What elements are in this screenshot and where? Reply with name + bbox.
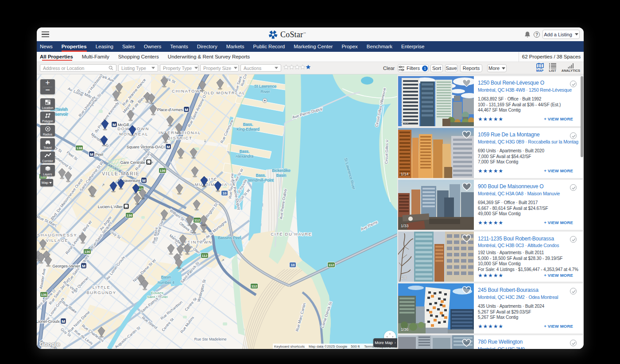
svg-text:CHINATOWN: CHINATOWN	[172, 89, 204, 93]
svg-text:Place-d'Armes: Place-d'Armes	[157, 108, 183, 112]
svg-text:Circuit Gilles V: Circuit Gilles V	[384, 139, 389, 164]
svg-text:Bassins Peel: Bassins Peel	[218, 236, 241, 240]
svg-text:Windmill-Point: Windmill-Point	[248, 178, 274, 182]
svg-text:10: 10	[223, 191, 227, 195]
svg-text:Gare Centrale: Gare Centrale	[120, 160, 145, 165]
svg-text:136: 136	[126, 213, 132, 217]
svg-text:SHAUGHNESSY: SHAUGHNESSY	[37, 232, 77, 237]
svg-text:138: 138	[76, 146, 82, 150]
svg-text:M: M	[62, 319, 65, 324]
svg-text:Square Victoria-OACI: Square Victoria-OACI	[127, 145, 165, 149]
svg-text:Bass.: Bass.	[256, 173, 266, 178]
svg-text:112: 112	[202, 254, 208, 258]
svg-text:LITTLE: LITTLE	[93, 285, 111, 290]
svg-text:McGill: McGill	[118, 123, 129, 127]
svg-text:St Lawrence: St Lawrence	[254, 84, 276, 89]
svg-text:Basin: Basin	[276, 173, 287, 178]
svg-text:OLD MONTREAL: OLD MONTREAL	[204, 90, 245, 95]
svg-text:112: 112	[194, 218, 200, 222]
svg-text:VILLAGE: VILLAGE	[46, 238, 69, 243]
svg-text:Georges-Vanier: Georges-Vanier	[52, 264, 80, 268]
svg-text:number 4: number 4	[158, 280, 174, 285]
svg-text:M: M	[90, 152, 93, 157]
svg-text:BURGUNDY: BURGUNDY	[86, 290, 116, 295]
svg-text:Rue Ste Madeleine: Rue Ste Madeleine	[194, 337, 226, 341]
svg-text:M: M	[142, 178, 146, 183]
svg-text:CITÉ DU HAVRE: CITÉ DU HAVRE	[271, 232, 312, 236]
svg-text:Bass.: Bass.	[243, 122, 253, 127]
svg-text:Lucien-L'Allier: Lucien-L'Allier	[98, 205, 123, 209]
svg-text:Basin: Basin	[161, 275, 171, 279]
svg-text:King-Edward: King-Edward	[236, 127, 260, 132]
svg-text:VILLE-MARIE: VILLE-MARIE	[102, 171, 140, 176]
svg-text:M: M	[167, 144, 170, 149]
svg-text:136: 136	[84, 250, 90, 254]
svg-text:M: M	[185, 107, 188, 112]
svg-text:DISTRICT: DISTRICT	[167, 136, 193, 140]
svg-text:Bickerdike: Bickerdike	[272, 168, 291, 173]
svg-text:136: 136	[41, 293, 47, 297]
svg-text:MULTIMEDIA: MULTIMEDIA	[195, 182, 228, 187]
svg-text:112: 112	[329, 263, 334, 267]
svg-text:10: 10	[291, 263, 295, 267]
svg-text:136: 136	[159, 169, 166, 173]
svg-text:112: 112	[252, 284, 257, 288]
svg-text:M: M	[82, 263, 85, 268]
svg-text:River: River	[260, 89, 270, 94]
svg-text:Bass.: Bass.	[240, 149, 250, 154]
svg-text:Alexandra: Alexandra	[236, 154, 254, 159]
svg-text:Lionel-Groulx: Lionel-Groulx	[37, 319, 60, 324]
svg-text:M: M	[112, 122, 116, 127]
svg-text:Peel: Peel	[95, 152, 103, 157]
